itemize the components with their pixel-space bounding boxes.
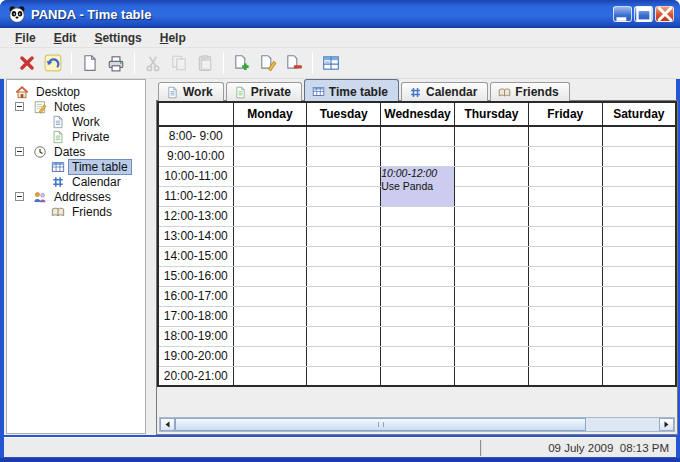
tab-calendar[interactable]: Calendar	[401, 82, 488, 101]
timetable-cell[interactable]	[307, 326, 381, 346]
timetable-cell[interactable]	[602, 246, 676, 266]
tab-friends[interactable]: Friends	[490, 82, 569, 101]
timetable-cell[interactable]	[381, 306, 455, 326]
add-entry-button[interactable]	[229, 50, 255, 76]
timetable-cell[interactable]	[528, 226, 602, 246]
timetable-cell[interactable]	[381, 246, 455, 266]
timetable-cell[interactable]	[233, 286, 307, 306]
tab-time-table[interactable]: Time table	[304, 79, 399, 101]
maximize-button[interactable]	[634, 6, 653, 22]
timetable-cell[interactable]	[381, 286, 455, 306]
horizontal-scrollbar[interactable]	[159, 417, 675, 432]
menu-help[interactable]: Help	[151, 29, 195, 47]
menu-edit[interactable]: Edit	[45, 29, 86, 47]
sidebar-item-work[interactable]: Work	[7, 114, 145, 129]
timetable-cell[interactable]	[528, 366, 602, 386]
exit-button[interactable]	[14, 50, 40, 76]
timetable-cell[interactable]	[381, 146, 455, 166]
timetable-cell[interactable]	[602, 206, 676, 226]
timetable-cell[interactable]	[454, 206, 528, 226]
timetable-cell[interactable]	[233, 246, 307, 266]
timetable-cell[interactable]	[233, 186, 307, 206]
timetable-cell[interactable]	[381, 346, 455, 366]
timetable-cell[interactable]	[454, 166, 528, 186]
sidebar-item-addresses[interactable]: Addresses	[7, 189, 145, 204]
edit-entry-button[interactable]	[255, 50, 281, 76]
timetable-cell[interactable]	[602, 366, 676, 386]
minimize-button[interactable]	[613, 6, 632, 22]
timetable-cell[interactable]	[602, 306, 676, 326]
timetable-cell[interactable]	[307, 266, 381, 286]
tree-expander-icon[interactable]	[15, 147, 33, 156]
new-button[interactable]	[77, 50, 103, 76]
timetable-cell[interactable]	[602, 166, 676, 186]
timetable-cell[interactable]	[233, 346, 307, 366]
menu-settings[interactable]: Settings	[85, 29, 150, 47]
timetable-cell[interactable]	[307, 146, 381, 166]
title-bar[interactable]: PANDA - Time table	[0, 0, 680, 28]
close-button[interactable]	[655, 6, 674, 22]
timetable-cell[interactable]	[602, 326, 676, 346]
timetable-cell[interactable]	[381, 126, 455, 146]
remove-entry-button[interactable]	[281, 50, 307, 76]
sidebar-item-time-table[interactable]: Time table	[7, 159, 145, 174]
timetable-cell[interactable]	[602, 226, 676, 246]
timetable-cell[interactable]	[602, 286, 676, 306]
timetable-cell[interactable]	[454, 326, 528, 346]
timetable-cell[interactable]	[307, 346, 381, 366]
timetable-cell[interactable]	[454, 246, 528, 266]
timetable-cell[interactable]	[454, 266, 528, 286]
timetable-cell[interactable]	[602, 126, 676, 146]
timetable-cell[interactable]	[307, 166, 381, 186]
timetable-cell[interactable]	[307, 226, 381, 246]
timetable-cell[interactable]	[307, 306, 381, 326]
timetable-cell[interactable]	[307, 366, 381, 386]
timetable-cell[interactable]	[602, 346, 676, 366]
timetable-cell[interactable]	[454, 286, 528, 306]
timetable-cell[interactable]	[381, 326, 455, 346]
sidebar-item-dates[interactable]: Dates	[7, 144, 145, 159]
timetable-cell[interactable]	[528, 186, 602, 206]
sidebar-item-desktop[interactable]: Desktop	[7, 84, 145, 99]
timetable-cell[interactable]	[528, 286, 602, 306]
scroll-right-button[interactable]	[659, 418, 674, 431]
timetable-cell[interactable]	[233, 306, 307, 326]
tab-private[interactable]: Private	[226, 82, 302, 101]
undo-button[interactable]	[40, 50, 66, 76]
timetable-cell[interactable]	[381, 226, 455, 246]
sidebar-item-private[interactable]: Private	[7, 129, 145, 144]
timetable-cell[interactable]	[602, 146, 676, 166]
sidebar-item-calendar[interactable]: Calendar	[7, 174, 145, 189]
timetable-cell[interactable]	[233, 226, 307, 246]
timetable-cell[interactable]	[454, 366, 528, 386]
timetable-view-button[interactable]	[318, 50, 344, 76]
timetable-cell[interactable]	[233, 206, 307, 226]
timetable-cell[interactable]	[233, 326, 307, 346]
timetable-cell[interactable]	[602, 186, 676, 206]
timetable-cell[interactable]	[454, 346, 528, 366]
timetable-cell[interactable]	[233, 166, 307, 186]
timetable-cell[interactable]	[528, 306, 602, 326]
event-cell-use-panda[interactable]: 10:00-12:00Use Panda	[381, 166, 455, 206]
timetable-cell[interactable]	[381, 366, 455, 386]
tree-expander-icon[interactable]	[15, 102, 33, 111]
timetable-cell[interactable]	[233, 146, 307, 166]
timetable-cell[interactable]	[307, 286, 381, 306]
timetable-cell[interactable]	[307, 206, 381, 226]
scroll-left-button[interactable]	[160, 418, 175, 431]
timetable-cell[interactable]	[307, 186, 381, 206]
tree-expander-icon[interactable]	[15, 192, 33, 201]
timetable-cell[interactable]	[454, 306, 528, 326]
print-button[interactable]	[103, 50, 129, 76]
menu-file[interactable]: File	[6, 29, 45, 47]
timetable-cell[interactable]	[528, 166, 602, 186]
timetable-cell[interactable]	[454, 146, 528, 166]
timetable-cell[interactable]	[307, 246, 381, 266]
sidebar-item-friends[interactable]: Friends	[7, 204, 145, 219]
timetable-cell[interactable]	[528, 246, 602, 266]
timetable-cell[interactable]	[528, 206, 602, 226]
timetable-cell[interactable]	[233, 366, 307, 386]
timetable-cell[interactable]	[233, 126, 307, 146]
timetable-cell[interactable]	[381, 206, 455, 226]
timetable-cell[interactable]	[381, 266, 455, 286]
